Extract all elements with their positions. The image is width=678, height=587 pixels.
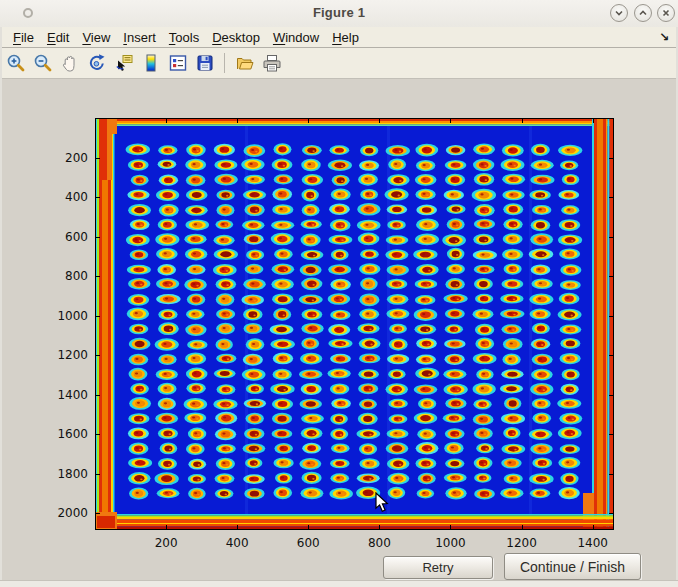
figure-canvas-area: 200400600800100012001400160018002000 200… [0, 79, 678, 581]
x-axis-tick-label: 200 [136, 536, 196, 550]
data-cursor-icon[interactable] [113, 53, 134, 74]
menu-item-insert[interactable]: Insert [117, 30, 162, 45]
continue-finish-button[interactable]: Continue / Finish [504, 553, 641, 580]
y-axis-tick-label: 400 [38, 191, 88, 203]
x-axis-tick-label: 600 [278, 536, 338, 550]
microarray-image-plot[interactable] [95, 118, 614, 530]
menu-item-edit[interactable]: Edit [41, 30, 75, 45]
dock-figure-arrow-icon[interactable]: ↘ [659, 30, 669, 44]
close-icon [661, 8, 671, 18]
x-axis-tick-label: 400 [207, 536, 267, 550]
pan-icon[interactable] [59, 53, 80, 74]
save-icon[interactable] [194, 53, 215, 74]
menu-item-tools[interactable]: Tools [163, 30, 205, 45]
title-bar: Figure 1 [0, 0, 678, 28]
chevron-up-icon [638, 8, 648, 18]
colorbar-icon[interactable] [140, 53, 161, 74]
x-axis-tick-label: 800 [349, 536, 409, 550]
toolbar [0, 48, 678, 79]
zoom-out-icon[interactable] [32, 53, 53, 74]
menu-item-file[interactable]: File [7, 30, 40, 45]
y-axis-tick-label: 200 [38, 152, 88, 164]
y-axis-tick-label: 1400 [38, 389, 88, 401]
y-axis-tick-label: 2000 [38, 507, 88, 519]
y-axis-tick-label: 1200 [38, 349, 88, 361]
menu-bar: FileEditViewInsertToolsDesktopWindowHelp [0, 27, 678, 48]
restore-button[interactable] [634, 4, 652, 22]
close-button[interactable] [657, 4, 675, 22]
x-axis-tick-label: 1200 [492, 536, 552, 550]
print-icon[interactable] [261, 53, 282, 74]
window-title: Figure 1 [0, 5, 678, 20]
x-axis-tick-label: 1400 [563, 536, 623, 550]
y-axis-tick-label: 1600 [38, 428, 88, 440]
window-border-left [0, 27, 2, 587]
legend-icon[interactable] [167, 53, 188, 74]
menu-item-window[interactable]: Window [267, 30, 325, 45]
window-bottom-frame [0, 580, 678, 587]
figure-window: Figure 1 FileEditViewInsertToolsDesktopW… [0, 0, 678, 587]
toolbar-separator [224, 53, 225, 73]
menu-item-help[interactable]: Help [326, 30, 365, 45]
x-axis-tick-label: 1000 [420, 536, 480, 550]
retry-button[interactable]: Retry [383, 556, 493, 579]
shade-button[interactable] [610, 4, 628, 22]
y-axis-tick-label: 600 [38, 231, 88, 243]
open-folder-icon[interactable] [234, 53, 255, 74]
menu-item-view[interactable]: View [76, 30, 116, 45]
zoom-in-icon[interactable] [5, 53, 26, 74]
menu-item-desktop[interactable]: Desktop [206, 30, 266, 45]
rotate-3d-icon[interactable] [86, 53, 107, 74]
y-axis-tick-label: 800 [38, 270, 88, 282]
y-axis-tick-label: 1000 [38, 310, 88, 322]
chevron-down-icon [614, 8, 624, 18]
y-axis-tick-label: 1800 [38, 468, 88, 480]
